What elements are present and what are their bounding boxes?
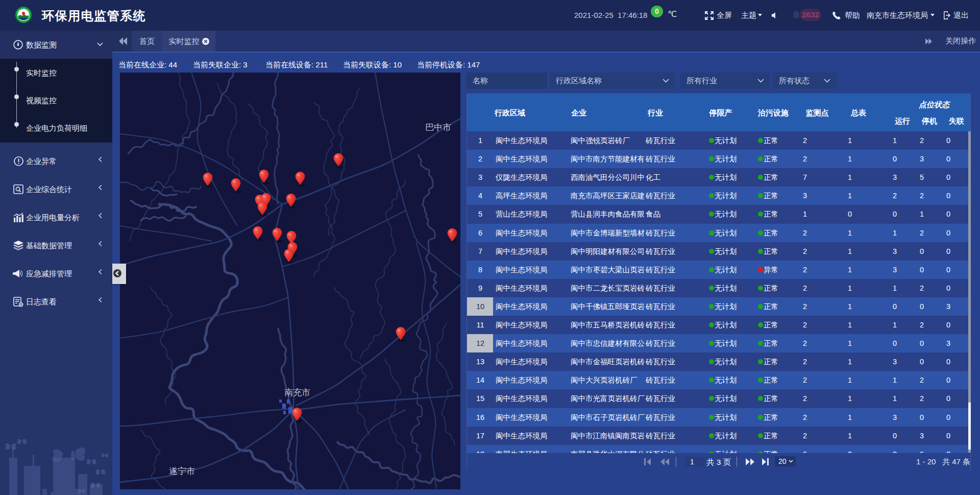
svg-text:巴中市: 巴中市 [425,123,451,132]
svg-text:南充市: 南充市 [284,388,310,397]
svg-text:遂宁市: 遂宁市 [169,466,195,476]
